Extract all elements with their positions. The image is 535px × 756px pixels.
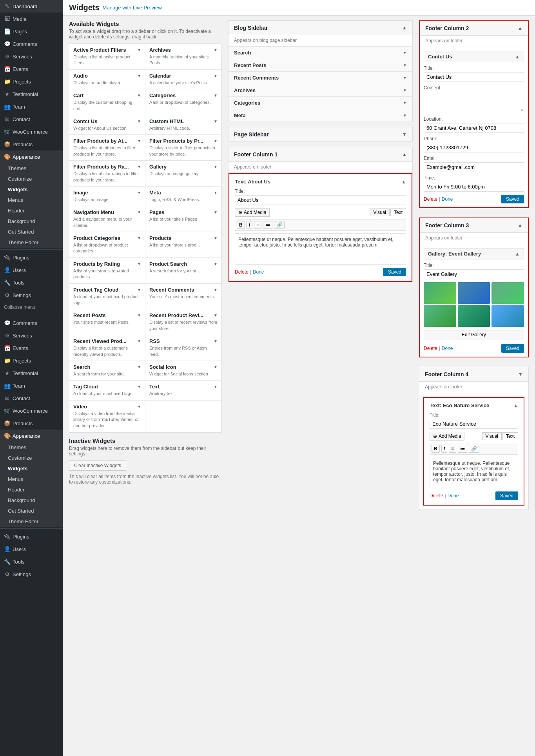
italic-button[interactable]: I [247, 221, 252, 229]
sidebar-item-users[interactable]: 👤 Users [0, 264, 63, 276]
fc4-widget-content-editor[interactable]: Pellentesque ut neque. Pellentesque habi… [430, 457, 518, 488]
fc4-ol-button[interactable]: ≔ [458, 445, 467, 453]
add-media-button[interactable]: ⊕ Add Media [235, 208, 270, 217]
widget-tag-cloud[interactable]: Tag Cloud▼ A cloud of your most used tag… [69, 381, 145, 400]
widget-title-input[interactable] [235, 195, 406, 205]
widget-cart[interactable]: Cart▼ Display the customer shopping cart… [69, 89, 145, 115]
link-button[interactable]: 🔗 [274, 221, 285, 229]
fc4-ul-button[interactable]: ≡ [449, 445, 456, 453]
widget-meta[interactable]: Meta▼ Login, RSS, & WordPress. [145, 187, 221, 206]
fc4-visual-tab[interactable]: Visual [482, 432, 502, 440]
widget-gallery[interactable]: Gallery▼ Displays an image gallery. [145, 161, 221, 187]
sidebar-item-projects2[interactable]: 📁 Projects [0, 354, 63, 367]
sidebar-item-get-started[interactable]: Get Started [4, 227, 63, 237]
sidebar-item-background[interactable]: Background [4, 216, 63, 227]
fc4-text-tab[interactable]: Text [502, 432, 518, 440]
widget-products[interactable]: Products▼ A list of your store's prod... [145, 232, 221, 258]
fc4-add-media-button[interactable]: ⊕ Add Media [430, 432, 464, 441]
sidebar-item-header2[interactable]: Header [4, 484, 63, 495]
fc2-saved-button[interactable]: Saved [501, 195, 524, 203]
sidebar-item-themes2[interactable]: Themes [4, 442, 63, 453]
widget-product-search[interactable]: Product Search▼ A search form for your s… [145, 258, 221, 284]
text-tab[interactable]: Text [390, 208, 406, 216]
widget-recent-posts[interactable]: Recent Posts▼ Your site's most recent Po… [69, 309, 145, 335]
ordered-list-button[interactable]: ≔ [263, 221, 272, 229]
delete-link[interactable]: Delete [235, 269, 248, 275]
sidebar-item-projects[interactable]: 📁 Projects [0, 75, 63, 88]
chevron-down-icon[interactable]: ▼ [403, 101, 407, 105]
fc2-done-link[interactable]: Done [442, 196, 453, 202]
fc3-saved-button[interactable]: Saved [501, 344, 524, 353]
fc4-done-link[interactable]: Done [448, 493, 459, 499]
sidebar-item-comments2[interactable]: 💬 Comments [0, 317, 63, 329]
widget-categories[interactable]: Categories▼ A list or dropdown of catego… [145, 89, 221, 115]
widget-recent-viewed-products[interactable]: Recent Viewed Prod...▼ Display a list of… [69, 335, 145, 361]
widget-search[interactable]: Search▼ A search form for your site. [69, 361, 145, 381]
sidebar-item-testimonial[interactable]: ★ Testimonial [0, 88, 63, 100]
blog-sidebar-header[interactable]: Blog Sidebar ▲ [229, 21, 412, 35]
sidebar-item-appearance[interactable]: 🎨 Appearance [0, 150, 63, 163]
sidebar-item-settings2[interactable]: ⚙ Settings [0, 568, 63, 580]
fc4-saved-button[interactable]: Saved [495, 491, 518, 500]
sidebar-item-settings[interactable]: ⚙ Settings [0, 289, 63, 301]
sidebar-item-team2[interactable]: 👥 Team [0, 379, 63, 392]
widget-audio[interactable]: Audio▼ Displays an audio player. [69, 70, 145, 89]
done-link[interactable]: Done [253, 269, 264, 275]
sidebar-item-theme-editor[interactable]: Theme Editor [4, 237, 63, 248]
sidebar-item-customize[interactable]: Customize [4, 174, 63, 184]
widget-product-categories[interactable]: Product Categories▼ A list or dropdown o… [69, 232, 145, 258]
manage-live-preview-link[interactable]: Manage with Live Preview [103, 5, 162, 11]
widget-filter-products-attr[interactable]: Filter Products by At...▼ Display a list… [69, 135, 145, 161]
footer-column4-header[interactable]: Footer Column 4 ▼ [419, 367, 528, 382]
footer-column2-header[interactable]: Footer Column 2 ▲ [420, 21, 528, 36]
widget-recent-comments[interactable]: Recent Comments▼ Your site's most recent… [145, 284, 221, 310]
sidebar-item-products[interactable]: 📦 Products [0, 138, 63, 150]
bold-button[interactable]: B [237, 221, 245, 229]
sidebar-item-header[interactable]: Header [4, 205, 63, 216]
footer-column3-header[interactable]: Footer Column 3 ▲ [420, 218, 528, 233]
sidebar-item-events2[interactable]: 📅 Events [0, 342, 63, 354]
widget-content-editor[interactable]: Pellentesque ut neque. Pellentesque habi… [235, 233, 406, 265]
sidebar-item-users2[interactable]: 👤 Users [0, 543, 63, 555]
fc3-done-link[interactable]: Done [442, 346, 453, 351]
edit-gallery-button[interactable]: Edit Gallery [424, 330, 524, 339]
unordered-list-button[interactable]: ≡ [254, 221, 261, 229]
fc3-title-input[interactable] [424, 269, 524, 279]
sidebar-item-get-started2[interactable]: Get Started [4, 506, 63, 516]
fc2-time-input[interactable] [424, 182, 524, 192]
fc2-email-input[interactable] [424, 162, 524, 172]
fc4-bold-button[interactable]: B [432, 445, 440, 453]
fc2-title-input[interactable] [424, 72, 524, 82]
widget-filter-products-rating[interactable]: Filter Products by Ra...▼ Display a list… [69, 161, 145, 187]
chevron-down-icon[interactable]: ▼ [403, 113, 407, 118]
sidebar-item-themes[interactable]: Themes [4, 163, 63, 174]
sidebar-item-tools[interactable]: 🔧 Tools [0, 276, 63, 289]
widget-calendar[interactable]: Calendar▼ A calendar of your site's Post… [145, 70, 221, 89]
collapse-menu[interactable]: Collapse menu [0, 301, 63, 313]
fc3-delete-link[interactable]: Delete [424, 346, 437, 351]
widget-product-tag-cloud[interactable]: Product Tag Cloud▼ A cloud of your most … [69, 284, 145, 310]
sidebar-item-woocommerce[interactable]: 🛒 WooCommerce [0, 125, 63, 138]
sidebar-item-team[interactable]: 👥 Team [0, 100, 63, 113]
sidebar-item-services2[interactable]: ⚙ Services [0, 329, 63, 342]
fc2-content-textarea[interactable] [424, 92, 524, 112]
fc4-link-button[interactable]: 🔗 [469, 445, 479, 453]
widget-filter-products-price[interactable]: Filter Products by Pr...▼ Display a slid… [145, 135, 221, 161]
saved-button[interactable]: Saved [383, 268, 406, 276]
widget-active-product-filters[interactable]: Active Product Filters▼ Display a list o… [69, 44, 145, 70]
sidebar-item-widgets2[interactable]: Widgets [4, 463, 63, 474]
widget-custom-html[interactable]: Custom HTML▼ Arbitrary HTML code. [145, 115, 221, 135]
widget-rss[interactable]: RSS▼ Entries from any RSS or Atom feed. [145, 335, 221, 361]
widget-navigation-menu[interactable]: Navigation Menu▼ Add a navigation menu t… [69, 206, 145, 232]
fc4-delete-link[interactable]: Delete [430, 493, 443, 499]
sidebar-item-services[interactable]: ⚙ Services [0, 50, 63, 63]
widget-products-by-rating[interactable]: Products by Rating▼ A list of your store… [69, 258, 145, 284]
sidebar-item-contact2[interactable]: ✉ Contact [0, 392, 63, 404]
widget-social-icon[interactable]: Social Icon▼ Widget for Social icons sec… [145, 361, 221, 381]
widget-contct-us[interactable]: Contct Us▼ Widget for About Us section [69, 115, 145, 135]
sidebar-item-theme-editor2[interactable]: Theme Editor [4, 516, 63, 527]
sidebar-item-posts[interactable]: ✎ Dashboard [0, 0, 63, 13]
sidebar-item-products2[interactable]: 📦 Products [0, 417, 63, 430]
sidebar-item-menus2[interactable]: Menus [4, 474, 63, 484]
widget-video[interactable]: Video▼ Displays a video from the media l… [69, 401, 145, 432]
